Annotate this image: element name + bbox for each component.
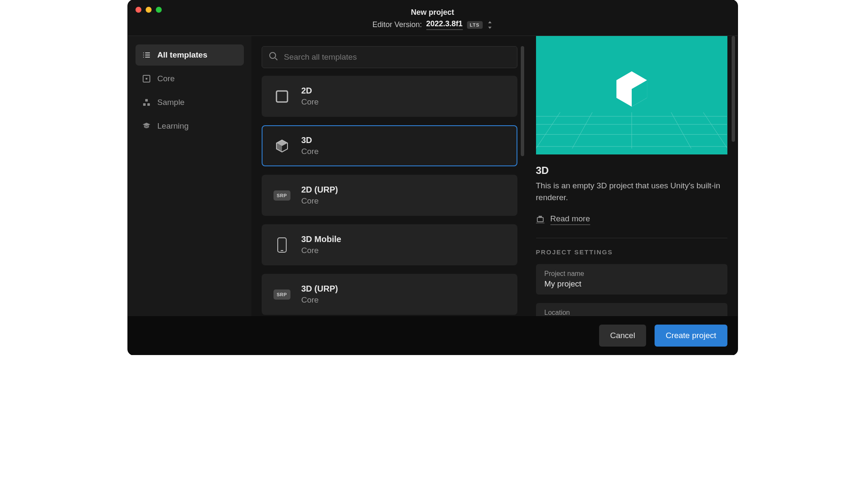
search-icon	[269, 52, 278, 63]
template-title: 3D (URP)	[301, 284, 338, 294]
svg-rect-9	[143, 103, 146, 106]
body: All templates Core Sample Learning	[128, 36, 738, 316]
core-icon	[142, 74, 151, 83]
cube-icon	[274, 138, 290, 154]
sidebar: All templates Core Sample Learning	[128, 36, 251, 316]
footer: Cancel Create project	[128, 316, 738, 355]
version-stepper-icon[interactable]	[487, 21, 493, 29]
svg-point-11	[270, 52, 276, 58]
template-title: 2D (URP)	[301, 185, 338, 195]
template-list: 2D Core 3D Core SRP	[262, 76, 517, 315]
sample-icon	[142, 98, 151, 107]
search-input[interactable]	[284, 52, 510, 62]
svg-point-0	[143, 52, 144, 53]
details-scrollbar[interactable]	[732, 36, 735, 142]
editor-version-label: Editor Version:	[372, 20, 422, 29]
read-more-icon	[536, 216, 544, 223]
project-settings-label: PROJECT SETTINGS	[536, 248, 738, 256]
sidebar-item-label: Sample	[158, 98, 185, 107]
mobile-icon	[274, 237, 290, 253]
details-title: 3D	[536, 165, 727, 176]
details-description: This is an empty 3D project that uses Un…	[536, 180, 727, 203]
svg-rect-10	[147, 103, 150, 106]
template-title: 2D	[301, 86, 319, 96]
close-window-button[interactable]	[135, 7, 141, 13]
template-card-2d-urp[interactable]: SRP 2D (URP) Core	[262, 175, 517, 216]
lts-badge: LTS	[467, 21, 483, 29]
template-card-3d-urp[interactable]: SRP 3D (URP) Core	[262, 274, 517, 315]
template-list-panel: 2D Core 3D Core SRP	[251, 36, 526, 316]
template-list-scrollbar[interactable]	[521, 46, 524, 156]
template-preview	[536, 36, 727, 154]
sidebar-item-label: Learning	[158, 121, 189, 131]
svg-point-4	[143, 57, 144, 58]
template-card-3d-mobile[interactable]: 3D Mobile Core	[262, 224, 517, 265]
search-box[interactable]	[262, 46, 517, 68]
location-label: Location	[544, 309, 719, 316]
window-controls	[135, 7, 162, 13]
template-title: 3D	[301, 135, 319, 145]
read-more-link[interactable]: Read more	[536, 214, 727, 225]
new-project-window: New project Editor Version: 2022.3.8f1 L…	[128, 0, 738, 355]
template-subtitle: Core	[301, 295, 338, 305]
svg-rect-27	[539, 216, 542, 218]
zoom-window-button[interactable]	[156, 7, 162, 13]
svg-rect-26	[537, 218, 543, 222]
sidebar-item-learning[interactable]: Learning	[135, 116, 244, 137]
cancel-button[interactable]: Cancel	[599, 325, 646, 347]
divider	[536, 238, 727, 238]
square-icon	[274, 88, 290, 105]
sidebar-item-sample[interactable]: Sample	[135, 92, 244, 113]
template-title: 3D Mobile	[301, 234, 341, 244]
details-panel: 3D This is an empty 3D project that uses…	[526, 36, 738, 316]
svg-rect-7	[146, 78, 147, 80]
template-subtitle: Core	[301, 246, 341, 255]
svg-line-12	[275, 58, 277, 60]
window-title: New project	[411, 8, 454, 17]
template-card-2d[interactable]: 2D Core	[262, 76, 517, 117]
read-more-label: Read more	[550, 214, 590, 225]
list-icon	[142, 51, 151, 59]
svg-rect-14	[278, 238, 286, 252]
editor-version-row: Editor Version: 2022.3.8f1 LTS	[372, 19, 492, 30]
template-subtitle: Core	[301, 147, 319, 156]
sidebar-item-core[interactable]: Core	[135, 68, 244, 89]
template-subtitle: Core	[301, 97, 319, 107]
titlebar: New project Editor Version: 2022.3.8f1 L…	[128, 0, 738, 36]
svg-rect-13	[276, 91, 287, 102]
project-name-value: My project	[544, 279, 719, 289]
minimize-window-button[interactable]	[146, 7, 152, 13]
create-project-button[interactable]: Create project	[655, 325, 727, 347]
location-field[interactable]: Location	[536, 303, 727, 316]
srp-badge-icon: SRP	[274, 286, 290, 303]
svg-rect-8	[145, 99, 148, 102]
sidebar-item-label: All templates	[158, 50, 207, 60]
details-body: 3D This is an empty 3D project that uses…	[536, 154, 738, 225]
svg-point-2	[143, 55, 144, 55]
learning-icon	[142, 122, 151, 130]
srp-badge-icon: SRP	[274, 187, 290, 204]
project-name-field[interactable]: Project name My project	[536, 264, 727, 295]
editor-version-value[interactable]: 2022.3.8f1	[426, 19, 463, 30]
project-name-label: Project name	[544, 270, 719, 278]
sidebar-item-all-templates[interactable]: All templates	[135, 44, 244, 66]
template-card-3d[interactable]: 3D Core	[262, 125, 517, 166]
template-subtitle: Core	[301, 196, 338, 206]
sidebar-item-label: Core	[158, 74, 175, 83]
